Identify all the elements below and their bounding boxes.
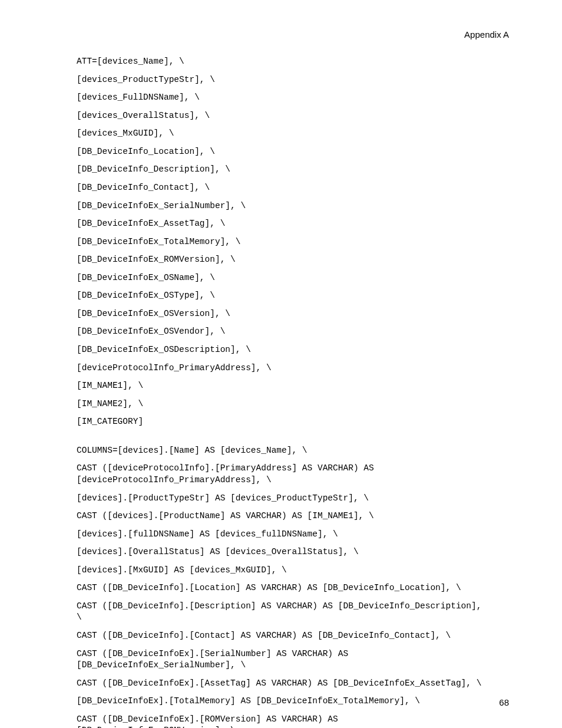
code-line: [devices].[fullDNSName] AS [devices_full… — [77, 529, 485, 541]
code-line: COLUMNS=[devices].[Name] AS [devices_Nam… — [77, 445, 485, 457]
code-line: [DB_DeviceInfoEx_AssetTag], \ — [77, 218, 485, 230]
code-line: CAST ([DB_DeviceInfo].[Location] AS VARC… — [77, 582, 485, 594]
code-line: CAST ([DB_DeviceInfoEx].[ROMVersion] AS … — [77, 714, 485, 728]
code-line: [IM_CATEGORY] — [77, 416, 485, 428]
code-line: ATT=[devices_Name], \ — [77, 56, 485, 68]
code-line: CAST ([DB_DeviceInfoEx].[AssetTag] AS VA… — [77, 678, 485, 690]
code-line: [devices].[OverallStatus] AS [devices_Ov… — [77, 546, 485, 558]
code-line: CAST ([devices].[ProductName] AS VARCHAR… — [77, 510, 485, 522]
code-line: [DB_DeviceInfoEx_ROMVersion], \ — [77, 254, 485, 266]
code-line: [devices_MxGUID], \ — [77, 128, 485, 140]
code-line: [DB_DeviceInfoEx].[TotalMemory] AS [DB_D… — [77, 696, 485, 707]
code-line: [devices_ProductTypeStr], \ — [77, 74, 485, 86]
code-line: [devices_FullDNSName], \ — [77, 92, 485, 104]
code-line: [DB_DeviceInfo_Location], \ — [77, 146, 485, 158]
code-line: CAST ([DB_DeviceInfoEx].[SerialNumber] A… — [77, 648, 485, 671]
code-line: [IM_NAME1], \ — [77, 380, 485, 392]
code-line: CAST ([DB_DeviceInfo].[Contact] AS VARCH… — [77, 630, 485, 642]
code-line: [IM_NAME2], \ — [77, 398, 485, 410]
code-line: [DB_DeviceInfoEx_OSDescription], \ — [77, 344, 485, 356]
code-line: [DB_DeviceInfoEx_OSVersion], \ — [77, 308, 485, 320]
code-line: [DB_DeviceInfo_Description], \ — [77, 164, 485, 176]
code-line: [devices].[MxGUID] AS [devices_MxGUID], … — [77, 565, 485, 577]
code-line: [DB_DeviceInfoEx_TotalMemory], \ — [77, 236, 485, 248]
code-line: [DB_DeviceInfoEx_OSVendor], \ — [77, 326, 485, 338]
code-block: ATT=[devices_Name], \[devices_ProductTyp… — [77, 56, 485, 728]
page-header: Appendix A — [464, 29, 509, 39]
code-line: [devices].[ProductTypeStr] AS [devices_P… — [77, 493, 485, 505]
code-line: [deviceProtocolInfo_PrimaryAddress], \ — [77, 363, 485, 374]
code-line: CAST ([DB_DeviceInfo].[Description] AS V… — [77, 601, 485, 624]
code-line: CAST ([deviceProtocolInfo].[PrimaryAddre… — [77, 463, 485, 486]
blank-line — [77, 434, 485, 445]
page-number: 68 — [499, 697, 509, 707]
code-line: [DB_DeviceInfoEx_OSName], \ — [77, 272, 485, 284]
code-line: [DB_DeviceInfoEx_OSType], \ — [77, 290, 485, 302]
code-line: [DB_DeviceInfo_Contact], \ — [77, 182, 485, 194]
code-line: [DB_DeviceInfoEx_SerialNumber], \ — [77, 200, 485, 212]
code-line: [devices_OverallStatus], \ — [77, 110, 485, 122]
